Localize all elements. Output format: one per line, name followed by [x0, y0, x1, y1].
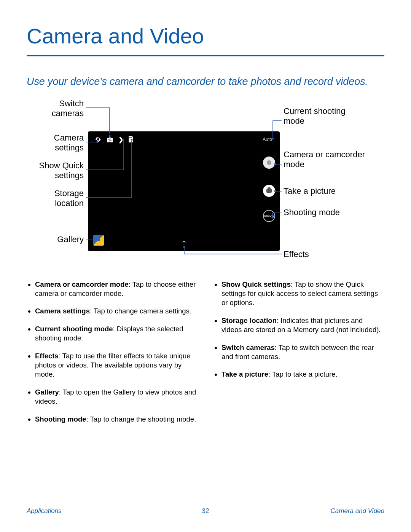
footer-section-right: Camera and Video	[331, 507, 384, 515]
bullet-item: Storage location: Indicates that picture…	[221, 316, 384, 335]
callout-show-quick: Show Quick settings	[27, 161, 84, 181]
title-rule	[27, 55, 384, 56]
footer-page-number: 32	[202, 507, 209, 515]
manual-page: Camera and Video Use your device's camer…	[0, 0, 411, 532]
bullet-item: Shooting mode: Tap to change the shootin…	[35, 415, 198, 424]
bullet-item: Camera settings: Tap to change camera se…	[35, 307, 198, 316]
page-footer: Applications 32 Camera and Video	[27, 507, 384, 515]
desc-col-left: Camera or camcorder mode: Tap to choose …	[27, 280, 198, 432]
bullet-item: Effects: Tap to use the filter effects t…	[35, 351, 198, 379]
bullet-item: Gallery: Tap to open the Gallery to view…	[35, 388, 198, 406]
page-intro: Use your device's camera and camcorder t…	[27, 75, 384, 88]
callout-shooting-mode: Shooting mode	[284, 208, 367, 218]
settings-icon[interactable]	[95, 136, 102, 144]
bullet-item: Take a picture: Tap to take a picture.	[221, 370, 384, 379]
effects-caret-icon[interactable]: ⌃	[181, 240, 187, 248]
gallery-thumbnail[interactable]	[93, 235, 104, 246]
callout-cam-or-vid: Camera or camcorder mode	[284, 150, 367, 170]
callout-storage: Storage location	[27, 189, 84, 209]
camcorder-toggle[interactable]	[263, 157, 275, 169]
switch-camera-icon[interactable]	[106, 136, 114, 144]
diagram-area: Switch cameras Camera settings Show Quic…	[27, 99, 384, 262]
page-title: Camera and Video	[27, 24, 384, 48]
callout-take-picture: Take a picture	[284, 186, 379, 197]
desc-col-right: Show Quick settings: Tap to show the Qui…	[213, 280, 384, 432]
camera-screenshot: ❯ Auto MODE ⌃	[88, 131, 280, 251]
callout-camera-settings: Camera settings	[27, 133, 84, 153]
mode-button[interactable]: MODE	[263, 210, 275, 222]
callout-effects: Effects	[284, 249, 367, 260]
current-mode-label: Auto	[263, 137, 272, 142]
callout-current-mode: Current shooting mode	[284, 106, 367, 127]
quick-settings-icon[interactable]: ❯	[118, 136, 123, 143]
footer-section-left: Applications	[27, 507, 62, 515]
shutter-button[interactable]	[263, 185, 275, 197]
bullet-item: Current shooting mode: Displays the sele…	[35, 324, 198, 343]
bullet-item: Show Quick settings: Tap to show the Qui…	[221, 280, 384, 308]
callout-gallery: Gallery	[27, 235, 84, 245]
storage-icon[interactable]	[128, 136, 133, 144]
bullet-item: Switch cameras: Tap to switch between th…	[221, 343, 384, 362]
description-columns: Camera or camcorder mode: Tap to choose …	[27, 280, 384, 432]
bullet-item: Camera or camcorder mode: Tap to choose …	[35, 280, 198, 299]
callout-switch-cameras: Switch cameras	[27, 99, 84, 119]
